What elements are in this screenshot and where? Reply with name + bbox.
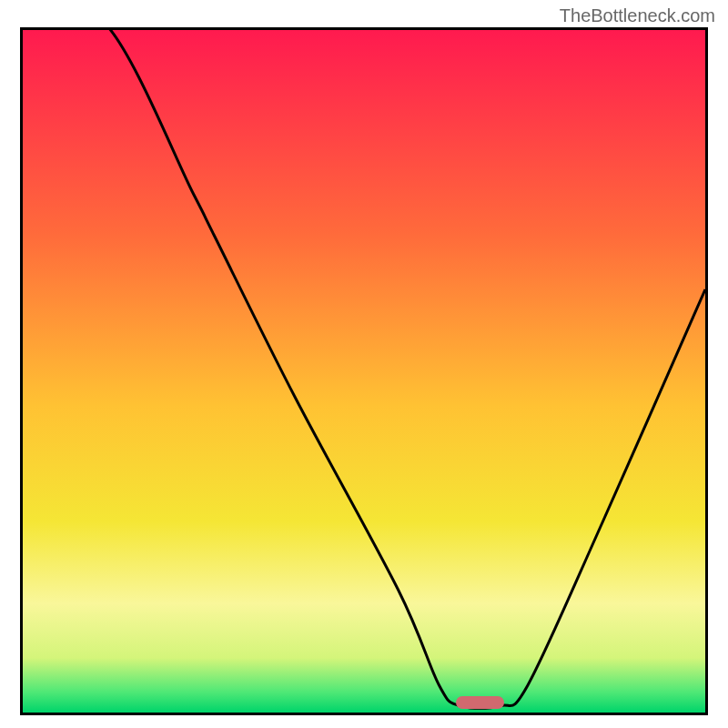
curve-layer	[23, 30, 705, 713]
watermark-text: TheBottleneck.com	[560, 5, 715, 26]
bottleneck-curve	[23, 30, 705, 708]
plot-area	[20, 27, 708, 715]
chart-container: TheBottleneck.com	[0, 0, 728, 728]
optimal-marker	[456, 696, 504, 709]
